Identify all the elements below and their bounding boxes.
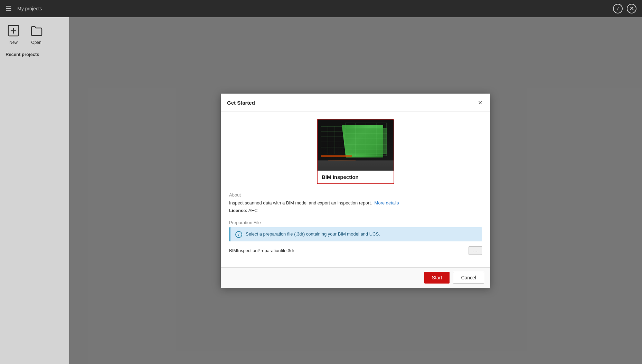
modal-title: Get Started [227, 100, 255, 106]
new-label: New [9, 40, 18, 45]
recent-projects-title: Recent projects [6, 52, 64, 57]
info-box-text: Select a preparation file (.3dr) contain… [246, 231, 380, 238]
info-icon-button[interactable]: i [613, 4, 623, 13]
get-started-modal: Get Started ✕ [221, 94, 490, 288]
hamburger-menu-icon[interactable]: ☰ [6, 4, 12, 13]
about-section-heading: About [229, 192, 482, 198]
svg-rect-20 [321, 155, 352, 157]
main-content: Get Started ✕ [69, 17, 642, 364]
open-project-action[interactable]: Open [28, 23, 44, 45]
open-project-icon [28, 23, 44, 39]
svg-rect-3 [321, 126, 345, 154]
license-row: License: AEC [229, 208, 482, 213]
svg-rect-21 [318, 160, 394, 171]
file-browse-button[interactable]: ... [469, 246, 482, 255]
open-label: Open [31, 40, 41, 45]
file-name: BIMInspectionPreparationfile.3dr [229, 248, 465, 253]
topbar: ☰ My projects i ✕ [0, 0, 642, 17]
modal-footer: Start Cancel [221, 267, 490, 288]
new-project-action[interactable]: New [6, 23, 21, 45]
license-label: License: [229, 208, 247, 213]
topbar-icon-group: i ✕ [613, 4, 636, 13]
about-description: Inspect scanned data with a BIM model an… [229, 200, 482, 207]
modal-close-button[interactable]: ✕ [476, 98, 484, 107]
topbar-title: My projects [17, 6, 42, 11]
modal-header: Get Started ✕ [221, 94, 490, 112]
bim-card-label: BIM Inspection [318, 171, 394, 183]
license-value: AEC [248, 208, 258, 213]
modal-overlay: Get Started ✕ [69, 17, 642, 364]
prep-file-heading: Preparation File [229, 220, 482, 225]
bim-inspection-card[interactable]: BIM Inspection [317, 119, 394, 184]
modal-body: BIM Inspection About Inspect scanned dat… [221, 112, 490, 267]
start-button[interactable]: Start [424, 272, 450, 284]
file-row: BIMInspectionPreparationfile.3dr ... [229, 246, 482, 255]
sidebar-actions: New Open [6, 23, 64, 45]
prep-file-section: Preparation File i Select a preparation … [229, 220, 482, 255]
more-details-link[interactable]: More details [375, 200, 399, 205]
info-icon: i [235, 231, 242, 238]
app-close-icon-button[interactable]: ✕ [627, 4, 636, 13]
bim-point-cloud-svg [318, 119, 394, 171]
new-project-icon [6, 23, 21, 39]
info-box: i Select a preparation file (.3dr) conta… [229, 227, 482, 241]
cancel-button[interactable]: Cancel [453, 272, 484, 284]
sidebar: New Open Recent projects [0, 17, 69, 364]
bim-card-image [318, 119, 394, 171]
about-section: About Inspect scanned data with a BIM mo… [229, 192, 482, 213]
